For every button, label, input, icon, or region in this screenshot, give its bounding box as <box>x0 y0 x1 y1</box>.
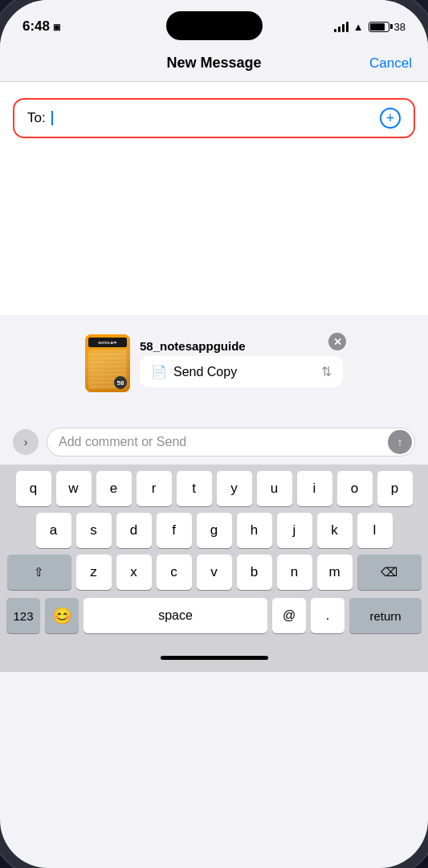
time-display: 6:48 <box>22 18 50 35</box>
send-copy-chevron-icon: ⇅ <box>321 364 332 379</box>
key-l[interactable]: l <box>357 513 393 548</box>
send-copy-text: Send Copy <box>173 365 237 379</box>
thumbnail-app-label: NOTES APP <box>99 341 117 345</box>
keyboard-bottom-row: 123 😊 space @ . return <box>3 596 425 640</box>
dynamic-island <box>166 11 263 40</box>
key-o[interactable]: o <box>337 471 373 506</box>
attachment-thumbnail: NOTES APP 58 <box>85 334 130 392</box>
to-label: To: <box>27 110 46 126</box>
key-k[interactable]: k <box>317 513 353 548</box>
key-w[interactable]: w <box>56 471 92 506</box>
key-m[interactable]: m <box>317 555 353 590</box>
space-key[interactable]: space <box>84 598 267 633</box>
thumbnail-inner: NOTES APP 58 <box>85 334 130 392</box>
return-key[interactable]: return <box>349 598 422 633</box>
signal-bars <box>334 21 349 32</box>
key-s[interactable]: s <box>76 513 112 548</box>
home-indicator <box>0 643 428 672</box>
message-area <box>0 154 428 315</box>
key-f[interactable]: f <box>157 513 192 548</box>
keyboard-row-3: ⇧ z x c v b n m ⌫ <box>3 555 425 590</box>
key-c[interactable]: c <box>157 555 192 590</box>
key-t[interactable]: t <box>177 471 212 506</box>
nav-header: New Message Cancel <box>0 43 428 82</box>
file-icon: 📄 <box>151 364 167 379</box>
key-x[interactable]: x <box>116 555 152 590</box>
key-g[interactable]: g <box>197 513 232 548</box>
expand-button[interactable]: › <box>13 429 39 455</box>
key-r[interactable]: r <box>137 471 172 506</box>
keyboard: q w e r t y u i o p a s d f g h j k l ⇧ <box>0 465 428 643</box>
signal-bar-2 <box>338 27 340 32</box>
send-button[interactable]: ↑ <box>388 430 412 454</box>
expand-icon: › <box>24 436 28 448</box>
numbers-key[interactable]: 123 <box>6 598 40 633</box>
status-right-icons: ▲ 38 <box>334 21 406 33</box>
close-icon: ✕ <box>333 336 342 348</box>
key-p[interactable]: p <box>377 471 413 506</box>
delete-icon: ⌫ <box>381 565 397 579</box>
send-icon: ↑ <box>397 436 403 448</box>
attachment-close-button[interactable]: ✕ <box>328 333 346 350</box>
battery-fill <box>370 23 385 31</box>
send-copy-label: 📄 Send Copy <box>151 364 237 379</box>
key-q[interactable]: q <box>16 471 51 506</box>
status-time: 6:48 ▣ <box>22 18 60 35</box>
at-key[interactable]: @ <box>272 598 306 633</box>
key-d[interactable]: d <box>116 513 152 548</box>
home-bar <box>161 656 268 660</box>
key-u[interactable]: u <box>257 471 292 506</box>
emoji-key[interactable]: 😊 <box>45 598 79 633</box>
status-battery-icon: ▣ <box>53 23 60 31</box>
delete-key[interactable]: ⌫ <box>357 555 422 590</box>
thumbnail-top-bar: NOTES APP <box>88 338 127 347</box>
attachment-header: NOTES APP 58 58_notesappguide <box>85 334 343 392</box>
to-field-container[interactable]: To: + <box>13 98 415 138</box>
keyboard-row-2: a s d f g h j k l <box>3 513 425 548</box>
message-input-row: › Add comment or Send ↑ <box>0 420 428 465</box>
message-placeholder-text[interactable]: Add comment or Send <box>47 428 415 457</box>
signal-bar-1 <box>334 29 336 32</box>
key-v[interactable]: v <box>197 555 232 590</box>
message-input-wrapper: Add comment or Send ↑ <box>47 428 415 457</box>
cancel-button[interactable]: Cancel <box>369 55 412 72</box>
shift-icon: ⇧ <box>34 565 44 579</box>
attachment-info: 58_notesappguide 📄 Send Copy ⇅ <box>140 339 343 387</box>
key-h[interactable]: h <box>237 513 272 548</box>
keyboard-row-1: q w e r t y u i o p <box>3 471 425 506</box>
attachment-container: ✕ NOTES APP 58 <box>72 323 356 411</box>
battery-percent: 38 <box>394 21 406 33</box>
key-j[interactable]: j <box>277 513 312 548</box>
shift-key[interactable]: ⇧ <box>7 555 71 590</box>
emoji-icon: 😊 <box>52 606 72 625</box>
attachment-filename: 58_notesappguide <box>140 339 343 353</box>
signal-bar-3 <box>342 24 344 32</box>
key-y[interactable]: y <box>217 471 252 506</box>
thumbnail-badge-text: 58 <box>117 379 124 387</box>
battery-icon <box>369 22 389 32</box>
key-e[interactable]: e <box>96 471 132 506</box>
add-recipient-icon: + <box>386 111 395 125</box>
at-label: @ <box>283 608 296 623</box>
key-z[interactable]: z <box>76 555 112 590</box>
wifi-icon: ▲ <box>353 21 364 33</box>
key-n[interactable]: n <box>277 555 312 590</box>
add-recipient-button[interactable]: + <box>380 108 401 129</box>
key-b[interactable]: b <box>237 555 272 590</box>
period-label: . <box>326 608 329 623</box>
key-a[interactable]: a <box>36 513 71 548</box>
return-label: return <box>369 609 401 623</box>
space-label: space <box>158 608 193 623</box>
phone-frame: 6:48 ▣ ▲ 38 New Message Cancel To: <box>0 0 428 868</box>
signal-bar-4 <box>346 22 349 32</box>
key-i[interactable]: i <box>297 471 332 506</box>
period-key[interactable]: . <box>311 598 344 633</box>
nav-title: New Message <box>166 55 261 72</box>
send-copy-row[interactable]: 📄 Send Copy ⇅ <box>140 356 343 387</box>
thumbnail-badge: 58 <box>114 376 127 389</box>
numbers-label: 123 <box>13 609 33 623</box>
text-cursor <box>51 111 53 125</box>
